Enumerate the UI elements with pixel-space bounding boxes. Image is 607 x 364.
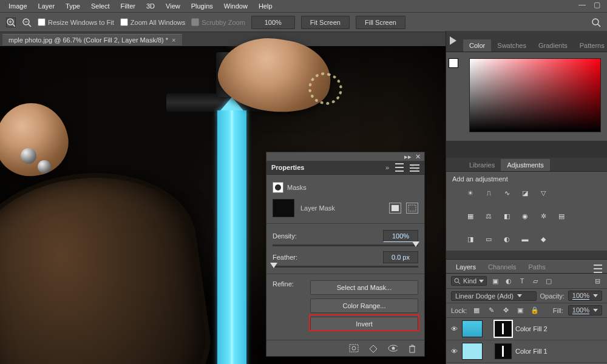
filter-adjust-icon[interactable]: ◐ (504, 276, 514, 286)
visibility-toggle-icon[interactable]: 👁 (450, 348, 458, 355)
layer-thumbnail[interactable] (462, 343, 483, 360)
panel-menu-icon[interactable] (395, 163, 404, 172)
select-and-mask-button[interactable]: Select and Mask... (310, 280, 418, 295)
layer-filter-kind[interactable]: Kind (451, 276, 487, 286)
lock-position-icon[interactable]: ✥ (501, 306, 510, 315)
menu-type[interactable]: Type (61, 1, 85, 11)
panel-options-icon[interactable] (410, 163, 419, 172)
pixel-mask-button[interactable] (389, 203, 401, 214)
filter-shape-icon[interactable]: ▱ (531, 276, 540, 286)
filter-smart-icon[interactable]: ▢ (544, 276, 554, 286)
black-white-icon[interactable]: ◧ (501, 211, 513, 221)
levels-icon[interactable]: ⎍ (483, 187, 495, 198)
blend-mode-dropdown[interactable]: Linear Dodge (Add) (451, 291, 537, 301)
layer-thumbnail[interactable] (462, 320, 483, 337)
posterize-icon[interactable]: ▭ (483, 234, 495, 244)
invert-adj-icon[interactable]: ◨ (464, 234, 476, 244)
density-value[interactable]: 100% (383, 230, 418, 242)
layer-name[interactable]: Color Fill 2 (515, 325, 548, 332)
invert-button[interactable]: Invert (310, 317, 418, 331)
opacity-field[interactable]: 100% (568, 291, 602, 301)
channel-mixer-icon[interactable]: ✲ (537, 211, 549, 221)
hue-sat-icon[interactable]: ▦ (464, 211, 476, 221)
visibility-toggle-icon[interactable]: 👁 (450, 325, 458, 332)
feather-slider[interactable] (273, 266, 418, 268)
menu-select[interactable]: Select (86, 1, 115, 11)
brightness-contrast-icon[interactable]: ☀ (464, 187, 476, 198)
vector-mask-button[interactable] (406, 203, 418, 214)
color-field[interactable] (469, 58, 601, 132)
filter-pixel-icon[interactable]: ▣ (490, 276, 500, 286)
fill-field[interactable]: 100% (568, 305, 602, 315)
selective-color-icon[interactable]: ◆ (537, 234, 549, 244)
color-balance-icon[interactable]: ⚖ (483, 211, 495, 221)
feather-value[interactable]: 0.0 px (383, 251, 418, 263)
tab-gradients[interactable]: Gradients (532, 39, 574, 52)
tab-libraries[interactable]: Libraries (463, 159, 501, 171)
zoom-out-icon[interactable] (22, 18, 32, 27)
delete-mask-icon[interactable] (407, 343, 417, 353)
mask-link-icon[interactable] (486, 324, 491, 334)
fit-screen-button[interactable]: Fit Screen (301, 16, 350, 29)
foreground-swatch[interactable] (449, 58, 458, 68)
close-panel-icon[interactable]: ✕ (415, 153, 421, 161)
menu-window[interactable]: Window (219, 1, 253, 11)
tab-adjustments[interactable]: Adjustments (501, 159, 550, 171)
collapse-arrows-icon[interactable]: » (385, 164, 389, 171)
close-tab-icon[interactable]: × (172, 36, 175, 44)
layer-name[interactable]: Color Fill 1 (515, 348, 548, 355)
menu-help[interactable]: Help (254, 1, 277, 11)
zoom-level-field[interactable]: 100% (251, 16, 295, 29)
foreground-background-swatch[interactable] (449, 58, 462, 72)
photo-filter-icon[interactable]: ◉ (519, 211, 531, 221)
zoom-in-icon[interactable] (6, 18, 16, 27)
filter-type-icon[interactable]: T (517, 276, 527, 286)
apply-mask-icon[interactable] (368, 343, 378, 353)
expand-panels-button[interactable] (446, 34, 459, 47)
fill-screen-button[interactable]: Fill Screen (356, 16, 405, 29)
layer-mask-thumbnail[interactable] (495, 321, 512, 337)
resize-windows-checkbox[interactable]: Resize Windows to Fit (38, 18, 114, 26)
document-tab[interactable]: mple photo.jpg @ 66.7% (Color Fill 2, La… (2, 34, 182, 46)
color-range-button[interactable]: Color Range... (310, 298, 418, 313)
tab-patterns[interactable]: Patterns (574, 39, 607, 52)
tab-channels[interactable]: Channels (482, 261, 522, 273)
mask-link-icon[interactable] (486, 346, 491, 356)
load-selection-icon[interactable] (349, 343, 359, 353)
mask-mode-icon[interactable] (273, 182, 283, 193)
layer-row[interactable]: 👁 Color Fill 1 (446, 340, 607, 363)
exposure-icon[interactable]: ◪ (519, 187, 531, 198)
menu-view[interactable]: View (161, 1, 185, 11)
tab-paths[interactable]: Paths (523, 261, 552, 273)
curves-icon[interactable]: ∿ (501, 187, 513, 198)
collapse-icon[interactable]: ▸▸ (404, 153, 412, 161)
window-maximize-button[interactable]: ▢ (590, 1, 603, 10)
lock-all-icon[interactable]: 🔒 (530, 306, 540, 315)
toggle-mask-icon[interactable] (388, 343, 398, 353)
properties-panel-grip[interactable]: ▸▸ ✕ (266, 152, 424, 161)
menu-3d[interactable]: 3D (141, 1, 160, 11)
vibrance-icon[interactable]: ▽ (537, 187, 549, 198)
layer-row[interactable]: 👁 Color Fill 2 (446, 318, 607, 340)
window-minimize-button[interactable]: — (575, 1, 589, 10)
lock-transparency-icon[interactable]: ▩ (472, 306, 481, 315)
tab-swatches[interactable]: Swatches (491, 39, 532, 52)
layers-menu-icon[interactable] (594, 265, 602, 273)
search-icon[interactable] (591, 18, 601, 27)
lock-pixels-icon[interactable]: ✎ (486, 306, 496, 315)
density-slider[interactable] (273, 244, 418, 246)
filter-toggle-icon[interactable]: ⊟ (592, 276, 602, 286)
layer-mask-thumbnail[interactable] (273, 199, 294, 217)
tab-layers[interactable]: Layers (450, 261, 482, 273)
threshold-icon[interactable]: ◐ (501, 234, 513, 244)
tab-color[interactable]: Color (463, 39, 491, 52)
menu-layer[interactable]: Layer (33, 1, 60, 11)
menu-plugins[interactable]: Plugins (186, 1, 218, 11)
gradient-map-icon[interactable]: ▬ (519, 234, 531, 244)
zoom-all-checkbox[interactable]: Zoom All Windows (120, 18, 185, 26)
lock-artboard-icon[interactable]: ▣ (515, 306, 525, 315)
color-lookup-icon[interactable]: ▤ (555, 211, 568, 221)
menu-image[interactable]: Image (4, 1, 32, 11)
menu-filter[interactable]: Filter (116, 1, 140, 11)
layer-mask-thumbnail[interactable] (495, 343, 512, 359)
